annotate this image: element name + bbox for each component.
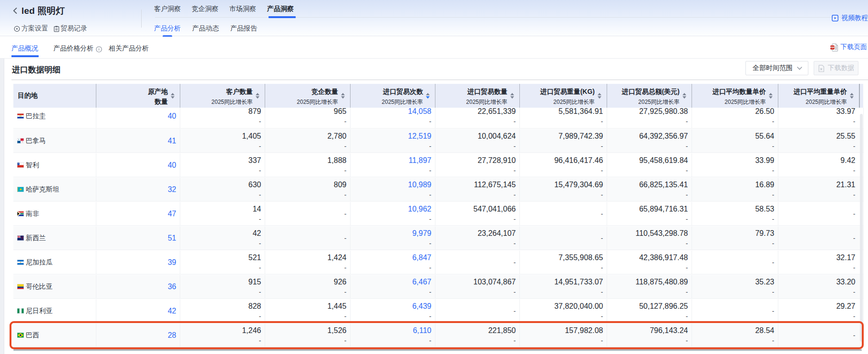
- svg-text:PDF: PDF: [830, 46, 835, 49]
